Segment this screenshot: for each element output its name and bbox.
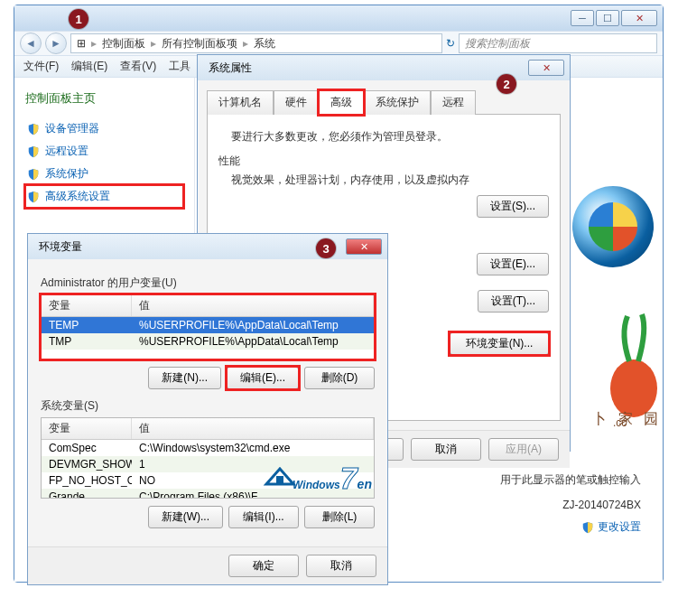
nav-forward-button[interactable]: ► [45, 33, 67, 54]
col-header-var[interactable]: 变量 [42, 295, 132, 316]
var-value: %USERPROFILE%\AppData\Local\Temp [132, 318, 374, 332]
tab-protection[interactable]: 系统保护 [364, 90, 431, 115]
shield-icon [581, 521, 594, 534]
nav-row: ◄ ► ⊞ ▸ 控制面板 ▸ 所有控制面板项 ▸ 系统 ↻ 搜索控制面板 [14, 31, 663, 56]
group-performance-title: 性能 [218, 154, 549, 169]
env-title: 环境变量 [33, 239, 82, 255]
list-row[interactable]: DEVMGR_SHOW_...1 [42, 456, 374, 472]
windows-logo [572, 186, 654, 267]
close-button[interactable]: ✕ [621, 10, 657, 26]
cancel-button[interactable]: 取消 [411, 438, 481, 461]
sidebar-item-label: 系统保护 [45, 166, 88, 182]
sidebar-item-protection[interactable]: 系统保护 [25, 163, 183, 185]
tab-hardware[interactable]: 硬件 [274, 90, 319, 115]
menu-edit[interactable]: 编辑(E) [71, 59, 107, 74]
breadcrumb-icon: ⊞ [77, 37, 86, 50]
sys-edit-button[interactable]: 编辑(I)... [228, 506, 299, 528]
menu-file[interactable]: 文件(F) [23, 59, 59, 74]
profiles-settings-button[interactable]: 设置(E)... [477, 253, 549, 275]
minimize-button[interactable]: ─ [571, 10, 594, 26]
svg-point-0 [610, 359, 657, 417]
startup-settings-button[interactable]: 设置(T)... [478, 290, 549, 313]
intro-text: 要进行大多数更改，您必须作为管理员登录。 [231, 129, 549, 145]
tab-remote[interactable]: 远程 [431, 90, 476, 115]
shield-icon [27, 191, 40, 203]
nav-back-button[interactable]: ◄ [20, 33, 42, 54]
sidebar-item-device-manager[interactable]: 设备管理器 [25, 117, 183, 140]
mascot-text: 卜 家 园 [592, 410, 662, 429]
sidebar-item-label: 远程设置 [45, 144, 88, 159]
env-buttons: 确定 取消 [28, 546, 387, 584]
list-row[interactable]: FP_NO_HOST_C...NO [42, 472, 374, 489]
list-row[interactable]: ComSpecC:\Windows\system32\cmd.exe [42, 440, 374, 456]
sys-delete-button[interactable]: 删除(L) [304, 506, 375, 528]
search-placeholder: 搜索控制面板 [465, 36, 530, 51]
annotation-badge-2: 2 [497, 74, 516, 94]
shield-icon [27, 168, 40, 181]
performance-settings-button[interactable]: 设置(S)... [477, 195, 549, 218]
breadcrumb-item[interactable]: 系统 [254, 36, 275, 51]
env-vars-button[interactable]: 环境变量(N)... [450, 332, 549, 355]
shield-icon [27, 145, 40, 158]
var-name: TMP [42, 334, 132, 349]
breadcrumb-item[interactable]: 控制面板 [102, 36, 145, 51]
tab-advanced[interactable]: 高级 [319, 90, 364, 115]
list-row[interactable]: GrandeC:\Program Files (x86)\F... [42, 489, 374, 499]
group-performance-desc: 视觉效果，处理器计划，内存使用，以及虚拟内存 [231, 173, 549, 188]
menu-tools[interactable]: 工具 [169, 59, 190, 74]
explorer-titlebar: ─ ☐ ✕ [14, 5, 663, 31]
change-settings-link[interactable]: 更改设置 [581, 519, 641, 535]
col-header-val[interactable]: 值 [132, 295, 374, 316]
list-row[interactable]: TEMP %USERPROFILE%\AppData\Local\Temp [42, 317, 374, 333]
col-header-var[interactable]: 变量 [42, 418, 132, 439]
env-vars-dialog: 环境变量 ✕ Administrator 的用户变量(U) 变量 值 TEMP … [27, 233, 388, 585]
sidebar-title: 控制面板主页 [25, 90, 183, 107]
sysprop-title: 系统属性 [203, 61, 252, 76]
breadcrumb[interactable]: ⊞ ▸ 控制面板 ▸ 所有控制面板项 ▸ 系统 [70, 33, 442, 53]
var-name: TEMP [42, 318, 132, 332]
cancel-button[interactable]: 取消 [306, 555, 376, 577]
var-value: %USERPROFILE%\AppData\Local\Temp [132, 334, 374, 349]
footer-hint: 用于此显示器的笔或触控输入 [500, 472, 641, 488]
sys-new-button[interactable]: 新建(W)... [148, 506, 223, 528]
close-button[interactable]: ✕ [528, 60, 564, 76]
sidebar-item-label: 高级系统设置 [45, 189, 110, 204]
close-button[interactable]: ✕ [346, 238, 382, 255]
sidebar-item-remote[interactable]: 远程设置 [25, 140, 183, 163]
user-delete-button[interactable]: 删除(D) [304, 367, 375, 389]
menu-view[interactable]: 查看(V) [120, 59, 156, 74]
sys-vars-label: 系统变量(S) [41, 398, 375, 414]
apply-button[interactable]: 应用(A) [488, 438, 559, 461]
sidebar-item-label: 设备管理器 [45, 121, 99, 136]
sys-vars-list[interactable]: 变量 值 ComSpecC:\Windows\system32\cmd.exe … [41, 417, 375, 499]
user-vars-label: Administrator 的用户变量(U) [41, 275, 375, 291]
refresh-icon[interactable]: ↻ [446, 37, 455, 50]
ok-button[interactable]: 确定 [228, 555, 299, 577]
col-header-val[interactable]: 值 [132, 418, 374, 439]
change-settings-label: 更改设置 [598, 519, 641, 535]
user-edit-button[interactable]: 编辑(E)... [227, 367, 299, 389]
annotation-badge-3: 3 [316, 238, 336, 258]
search-input[interactable]: 搜索控制面板 [459, 33, 657, 53]
user-vars-list[interactable]: 变量 值 TEMP %USERPROFILE%\AppData\Local\Te… [41, 294, 375, 359]
annotation-badge-1: 1 [69, 9, 88, 29]
sidebar-item-advanced[interactable]: 高级系统设置 [25, 185, 183, 208]
shield-icon [27, 123, 40, 135]
list-row[interactable]: TMP %USERPROFILE%\AppData\Local\Temp [42, 333, 374, 350]
user-new-button[interactable]: 新建(N)... [148, 367, 221, 389]
computer-id: ZJ-20140724BX [370, 499, 641, 511]
maximize-button[interactable]: ☐ [596, 10, 619, 26]
breadcrumb-item[interactable]: 所有控制面板项 [162, 36, 237, 51]
tab-computer-name[interactable]: 计算机名 [207, 90, 274, 115]
